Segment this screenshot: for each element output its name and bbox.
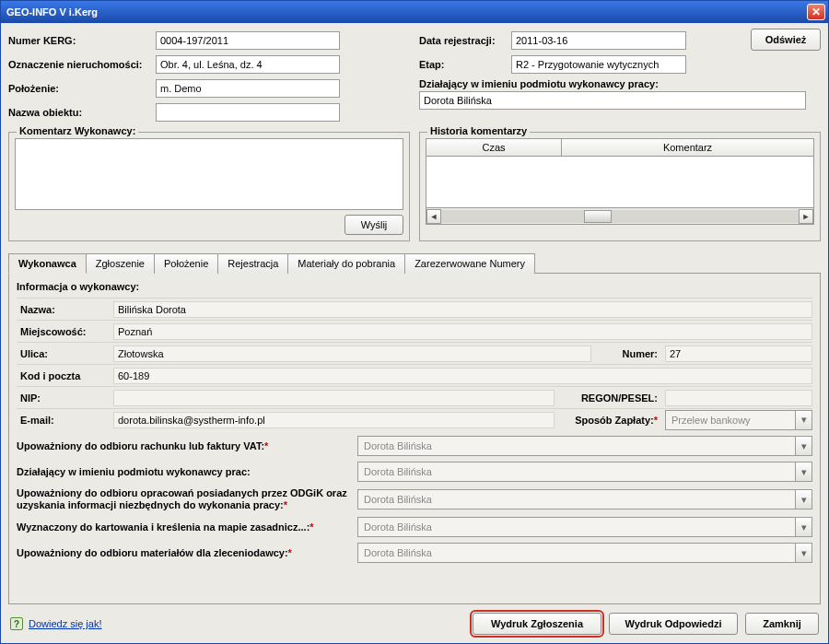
val-nazwa: Bilińska Dorota [113, 301, 812, 318]
val-numer: 27 [665, 345, 812, 362]
scroll-track[interactable] [441, 210, 799, 223]
field-dzialajacy: Dorota Bilińska [419, 91, 806, 110]
scroll-right-icon[interactable]: ► [799, 209, 813, 224]
tab-bar: Wykonawca Zgłoszenie Położenie Rejestrac… [8, 252, 821, 273]
combo-auth3[interactable]: Dorota Bilińska▾ [357, 489, 812, 509]
chevron-down-icon[interactable]: ▾ [795, 544, 811, 562]
comment-textarea[interactable] [15, 138, 403, 210]
history-scrollbar[interactable]: ◄ ► [426, 208, 814, 225]
refresh-button[interactable]: Odśwież [751, 29, 821, 51]
lbl-email: E-mail: [17, 415, 113, 426]
tab-zgloszenie[interactable]: Zgłoszenie [86, 253, 155, 274]
lbl-nip: NIP: [17, 392, 113, 404]
chevron-down-icon[interactable]: ▾ [795, 490, 811, 509]
section-title-info: Informacja o wykonawcy: [17, 281, 812, 292]
field-numer-kerg: 0004-197/2011 [156, 31, 340, 50]
lbl-zaplata: Sposób Zapłaty:* [555, 415, 665, 426]
combo-zaplata[interactable]: Przelew bankowy ▾ [665, 410, 812, 430]
col-komentarz: Komentarz [562, 139, 813, 156]
lbl-auth2: Działający w imieniu podmiotu wykonawcy … [17, 466, 357, 477]
history-table-header: Czas Komentarz [426, 138, 814, 157]
val-nip [113, 390, 555, 406]
history-table-body [426, 157, 814, 208]
lbl-auth5: Upoważniony do odbioru materiałów dla zl… [17, 547, 357, 558]
combo-auth5[interactable]: Dorota Bilińska▾ [357, 543, 812, 563]
tab-panel: Informacja o wykonawcy: Nazwa: Bilińska … [8, 273, 821, 604]
val-regon [665, 390, 812, 406]
tab-polozenie[interactable]: Położenie [154, 253, 218, 274]
label-etap: Etap: [419, 59, 511, 70]
window-title: GEO-INFO V i.Kerg [6, 6, 98, 18]
chevron-down-icon[interactable]: ▾ [795, 411, 811, 429]
col-czas: Czas [426, 139, 562, 156]
lbl-nazwa: Nazwa: [17, 304, 113, 315]
lbl-kod: Kod i poczta [17, 370, 113, 381]
combo-auth2[interactable]: Dorota Bilińska▾ [357, 462, 812, 482]
chevron-down-icon[interactable]: ▾ [795, 518, 811, 536]
lbl-miejsc: Miejscowość: [17, 326, 113, 337]
label-numer-kerg: Numer KERG: [8, 35, 156, 46]
combo-zaplata-text: Przelew bankowy [666, 411, 795, 429]
tab-rejestracja[interactable]: Rejestracja [217, 253, 288, 274]
close-button[interactable]: Zamknij [745, 613, 819, 635]
scroll-thumb[interactable] [584, 210, 612, 223]
field-nazwa-obiektu [156, 103, 340, 122]
val-miejsc: Poznań [113, 323, 812, 340]
label-nazwa-obiektu: Nazwa obiektu: [8, 107, 156, 118]
scroll-left-icon[interactable]: ◄ [426, 209, 441, 224]
field-etap: R2 - Przygotowanie wytycznych [511, 55, 686, 74]
title-bar: GEO-INFO V i.Kerg ✕ [1, 1, 828, 23]
val-ulica: Złotowska [113, 345, 591, 362]
combo-auth1[interactable]: Dorota Bilińska▾ [357, 436, 812, 456]
field-oznaczenie: Obr. 4, ul. Leśna, dz. 4 [156, 55, 340, 74]
lbl-numer: Numer: [591, 348, 665, 359]
combo-auth4[interactable]: Dorota Bilińska▾ [357, 517, 812, 537]
lbl-ulica: Ulica: [17, 348, 113, 359]
tab-wykonawca[interactable]: Wykonawca [8, 253, 87, 274]
print-reply-button[interactable]: Wydruk Odpowiedzi [609, 613, 738, 635]
tab-numery[interactable]: Zarezerwowane Numery [404, 253, 535, 274]
help-icon[interactable]: ? [10, 617, 23, 630]
label-polozenie: Położenie: [8, 83, 156, 94]
chevron-down-icon[interactable]: ▾ [795, 437, 811, 455]
label-data-rej: Data rejestracji: [419, 35, 511, 46]
val-email: dorota.bilinska@systherm-info.pl [113, 412, 555, 428]
help-link[interactable]: Dowiedz się jak! [29, 618, 101, 629]
lbl-regon: REGON/PESEL: [555, 392, 665, 404]
legend-komentarz-wyk: Komentarz Wykonawcy: [17, 125, 138, 136]
lbl-auth3: Upoważniony do odbioru opracowań posiada… [17, 487, 357, 511]
label-dzialajacy: Działający w imieniu podmiotu wykonawcy … [419, 78, 821, 89]
lbl-auth1: Upoważniony do odbioru rachunku lub fakt… [17, 440, 357, 451]
legend-historia: Historia komentarzy [427, 125, 530, 136]
close-icon[interactable]: ✕ [807, 4, 825, 20]
print-report-button[interactable]: Wydruk Zgłoszenia [473, 613, 601, 635]
send-button[interactable]: Wyślij [344, 215, 403, 235]
tab-materialy[interactable]: Materiały do pobrania [287, 253, 405, 274]
val-kod: 60-189 [113, 368, 812, 384]
lbl-auth4: Wyznaczony do kartowania i kreślenia na … [17, 521, 357, 533]
label-oznaczenie: Oznaczenie nieruchomości: [8, 59, 156, 70]
field-data-rej: 2011-03-16 [511, 31, 686, 50]
field-polozenie: m. Demo [156, 79, 340, 98]
chevron-down-icon[interactable]: ▾ [795, 463, 811, 481]
